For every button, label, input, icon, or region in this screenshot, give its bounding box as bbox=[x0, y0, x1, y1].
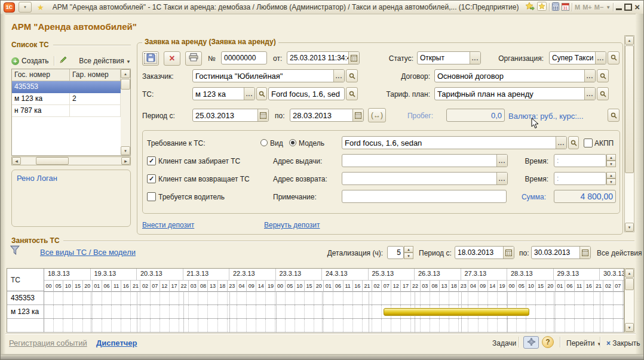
return-checkbox-label[interactable]: Клиент сам возвращает ТС bbox=[158, 175, 250, 183]
add-favorite-icon[interactable] bbox=[525, 2, 535, 13]
scroll-up-icon[interactable]: ▲ bbox=[121, 69, 130, 78]
customer-search-button[interactable] bbox=[346, 69, 358, 82]
cell-gos-number[interactable]: н 787 ка bbox=[12, 105, 70, 117]
vehicle-all-actions-button[interactable]: Все действия ▼ bbox=[79, 57, 131, 65]
memory-m-minus-button[interactable]: M− bbox=[594, 4, 604, 11]
tariff-search-button[interactable] bbox=[597, 87, 609, 100]
return-address-field[interactable]: ... bbox=[342, 172, 508, 185]
column-header-gos[interactable]: Гос. номер bbox=[12, 69, 70, 81]
number-field[interactable]: 00000000 bbox=[221, 51, 267, 64]
gantt-vscrollbar[interactable]: ▲ ▼ bbox=[624, 268, 634, 333]
gantt-row-label[interactable]: м 123 ка bbox=[7, 305, 44, 319]
choose-icon[interactable]: ... bbox=[496, 173, 507, 184]
edit-pencil-button[interactable] bbox=[59, 56, 68, 66]
vehicle-table[interactable]: Гос. номер Гар. номер 435353м 123 ка2н 7… bbox=[11, 69, 131, 156]
gantt-row-label[interactable]: 435353 bbox=[7, 291, 44, 305]
main-menu-button[interactable]: ▼ bbox=[19, 2, 32, 13]
maximize-button[interactable] bbox=[624, 4, 632, 11]
table-row[interactable]: 435353 bbox=[12, 81, 130, 93]
date-field[interactable]: 25.03.2013 11:34:4 bbox=[287, 51, 360, 64]
currency-link[interactable]: Валюта: руб., курс:... bbox=[508, 112, 604, 121]
scroll-thumb[interactable] bbox=[36, 157, 69, 165]
help-button[interactable]: ? bbox=[542, 336, 554, 348]
minimize-button[interactable] bbox=[616, 8, 622, 10]
dispatcher-link[interactable]: Диспетчер bbox=[96, 339, 137, 347]
status-field[interactable]: Открыт... bbox=[417, 51, 481, 64]
cell-gos-number[interactable]: 435353 bbox=[12, 81, 70, 93]
return-time-spinner[interactable]: ▲▼ bbox=[606, 172, 616, 185]
choose-icon[interactable]: ... bbox=[556, 137, 566, 149]
contract-search-button[interactable] bbox=[597, 69, 609, 82]
scroll-down-icon[interactable]: ▼ bbox=[625, 323, 634, 332]
deposit-in-link[interactable]: Внести депозит bbox=[142, 221, 194, 229]
vehicle-field[interactable]: м 123 ка... bbox=[192, 87, 255, 100]
choose-icon[interactable]: ... bbox=[244, 88, 254, 100]
busy-bar[interactable] bbox=[384, 308, 529, 316]
create-button[interactable]: + Создать bbox=[11, 57, 49, 65]
table-row[interactable]: н 787 ка bbox=[12, 105, 130, 117]
cell-gar-number[interactable] bbox=[70, 81, 121, 93]
detail-spinner[interactable]: ▲▼ bbox=[404, 246, 413, 259]
form-vscrollbar[interactable]: ▲ ▼ bbox=[624, 35, 634, 232]
required-model-field[interactable]: Ford focus, 1.6, sedan... bbox=[342, 136, 567, 149]
gantt-body[interactable] bbox=[44, 291, 624, 333]
pickup-address-field[interactable]: ... bbox=[342, 154, 508, 167]
favorites-star-icon[interactable]: ★ bbox=[37, 3, 44, 12]
driver-checkbox-label[interactable]: Требуется водитель bbox=[158, 193, 225, 201]
organization-search-button[interactable] bbox=[608, 51, 620, 64]
driver-checkbox[interactable] bbox=[147, 192, 156, 201]
print-button[interactable] bbox=[185, 51, 202, 66]
vehicle-search-button[interactable] bbox=[256, 87, 267, 100]
scroll-thumb[interactable] bbox=[625, 45, 634, 173]
tasks-button[interactable]: Задачи bbox=[492, 339, 516, 347]
calendar-icon[interactable]: 31 bbox=[562, 2, 569, 13]
scroll-down-icon[interactable]: ▼ bbox=[625, 223, 634, 232]
gantt-row-label[interactable] bbox=[7, 319, 44, 333]
scroll-down-icon[interactable]: ▼ bbox=[121, 146, 130, 155]
akpp-label[interactable]: АКПП bbox=[594, 139, 614, 147]
vehicle-model-search-button[interactable] bbox=[346, 87, 358, 100]
gantt-row[interactable] bbox=[44, 305, 624, 319]
table-row[interactable]: м 123 ка2 bbox=[12, 93, 130, 105]
calculator-icon[interactable] bbox=[552, 2, 559, 13]
close-window-button[interactable]: × bbox=[634, 4, 640, 11]
settings-button[interactable] bbox=[523, 336, 539, 349]
chevron-down-icon[interactable]: ▼ bbox=[606, 5, 611, 10]
schedule-all-actions-button[interactable]: Все действия ▼ bbox=[597, 249, 644, 257]
choose-icon[interactable]: ... bbox=[584, 88, 595, 100]
sum-field[interactable]: 4 800,00 bbox=[554, 190, 616, 203]
scroll-thumb[interactable] bbox=[625, 278, 634, 290]
calendar-picker-icon[interactable] bbox=[257, 109, 268, 121]
choose-icon[interactable]: ... bbox=[333, 70, 344, 82]
deposit-out-link[interactable]: Вернуть депозит bbox=[264, 221, 320, 229]
scroll-up-icon[interactable]: ▲ bbox=[625, 269, 634, 278]
gantt-row[interactable] bbox=[44, 291, 624, 305]
show-favorites-icon[interactable] bbox=[537, 2, 547, 13]
save-button[interactable] bbox=[142, 51, 159, 66]
period-extend-button[interactable]: (↔) bbox=[368, 108, 386, 122]
goto-button[interactable]: Перейти ▼ bbox=[566, 339, 602, 347]
period-to-field[interactable]: 28.03.2013 bbox=[290, 109, 364, 122]
note-field[interactable] bbox=[342, 190, 507, 203]
organization-field[interactable]: Супер Такси... bbox=[549, 51, 606, 64]
radio-kind-label[interactable]: Вид bbox=[270, 139, 283, 147]
vehicle-table-vscrollbar[interactable]: ▲ ▼ bbox=[121, 69, 130, 155]
close-form-button[interactable]: × Закрыть bbox=[606, 339, 640, 347]
pickup-checkbox[interactable]: ✓ bbox=[147, 156, 156, 165]
filter-icon[interactable] bbox=[10, 245, 20, 257]
cell-gar-number[interactable]: 2 bbox=[70, 93, 121, 105]
delete-button[interactable]: × bbox=[164, 51, 180, 66]
memory-m-button[interactable]: M bbox=[575, 4, 580, 11]
choose-icon[interactable]: ... bbox=[595, 52, 606, 64]
radio-model[interactable] bbox=[289, 139, 296, 146]
return-checkbox[interactable]: ✓ bbox=[147, 174, 156, 183]
schedule-filter-link[interactable]: Все виды ТС / Все модели bbox=[40, 248, 136, 257]
calendar-picker-icon[interactable] bbox=[352, 109, 363, 121]
vehicle-table-hscrollbar[interactable]: ◀ ▶ bbox=[11, 156, 131, 165]
radio-model-label[interactable]: Модель bbox=[299, 139, 324, 147]
schedule-period-to-field[interactable]: 30.03.2013 bbox=[531, 246, 591, 259]
scroll-left-icon[interactable]: ◀ bbox=[12, 157, 21, 165]
customer-field[interactable]: Гостиница "Юбилейная"... bbox=[192, 69, 345, 82]
tariff-field[interactable]: Тарифный план на аренду... bbox=[434, 87, 596, 100]
model-search-button[interactable] bbox=[568, 136, 579, 149]
